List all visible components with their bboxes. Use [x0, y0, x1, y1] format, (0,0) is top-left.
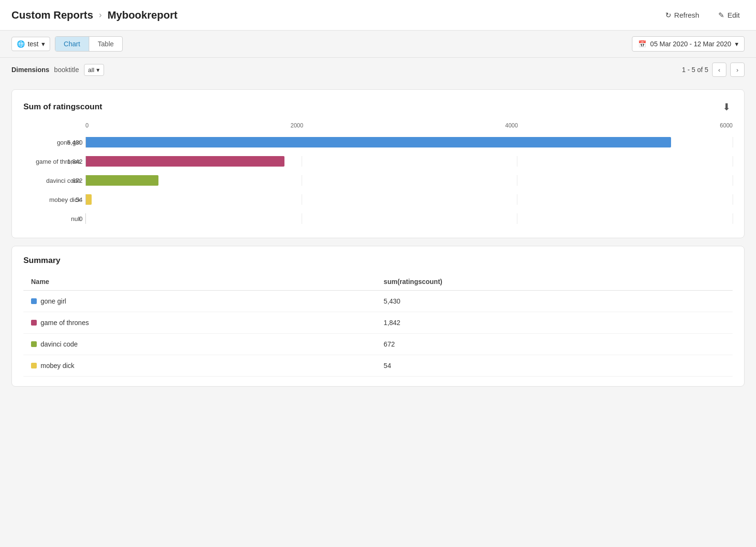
chart-area: 0 2000 4000 6000 gone girl5,430game of t…: [23, 122, 733, 228]
prev-page-button[interactable]: ‹: [712, 63, 726, 77]
chart-bar-value: 672: [62, 177, 83, 184]
col-name-header: Name: [23, 273, 376, 291]
color-indicator: [31, 341, 37, 347]
chart-gridline: [517, 213, 517, 224]
summary-value-cell: 672: [376, 334, 733, 355]
summary-name-cell: game of thrones: [23, 312, 376, 334]
chart-gridline: [733, 213, 733, 224]
dimensions-left: Dimensions booktitle all ▾: [11, 64, 104, 76]
summary-book-name: game of thrones: [41, 319, 89, 326]
toolbar: 🌐 test ▾ Chart Table 📅 05 Mar 2020 - 12 …: [0, 31, 756, 58]
chart-gridline: [302, 194, 302, 205]
table-row: game of thrones1,842: [23, 312, 733, 334]
chart-bar-container: [85, 175, 733, 186]
chart-axis: 0 2000 4000 6000: [85, 122, 733, 129]
col-value-header: sum(ratingscount): [376, 273, 733, 291]
chart-gridline: [517, 175, 517, 186]
chart-bar-fill: [86, 137, 671, 147]
view-tab-group: Chart Table: [55, 36, 123, 52]
summary-title: Summary: [23, 256, 60, 265]
chart-bar-fill: [86, 175, 158, 186]
refresh-button[interactable]: ↻ Refresh: [661, 8, 704, 22]
chevron-down-icon: ▾: [96, 66, 100, 74]
table-row: mobey dick54: [23, 355, 733, 377]
axis-0: 0: [85, 122, 89, 129]
refresh-label: Refresh: [674, 11, 700, 19]
summary-value-cell: 5,430: [376, 291, 733, 312]
axis-4000: 4000: [505, 122, 518, 129]
filter-value: all: [88, 66, 94, 74]
custom-reports-title: Custom Reports: [11, 9, 93, 21]
header-actions: ↻ Refresh ✎ Edit: [661, 8, 745, 22]
chart-gridline: [733, 156, 733, 167]
chart-gridline: [302, 213, 302, 224]
chart-bar-row: davinci code672: [85, 171, 733, 190]
main-content: Sum of ratingscount ⬇ 0 2000 4000 6000 g…: [0, 82, 756, 394]
chart-card-header: Sum of ratingscount ⬇: [23, 99, 733, 115]
env-selector[interactable]: 🌐 test ▾: [11, 37, 50, 51]
tab-chart[interactable]: Chart: [55, 37, 89, 51]
tab-table[interactable]: Table: [89, 37, 122, 51]
chart-bar-row: null0: [85, 209, 733, 228]
download-button[interactable]: ⬇: [721, 99, 733, 115]
chart-bar-row: game of thrones1,842: [85, 152, 733, 171]
date-range-selector[interactable]: 📅 05 Mar 2020 - 12 Mar 2020 ▾: [632, 36, 745, 52]
chart-bar-container: [85, 137, 733, 147]
edit-icon: ✎: [718, 11, 724, 20]
pagination: 1 - 5 of 5 ‹ ›: [682, 63, 745, 77]
chart-card: Sum of ratingscount ⬇ 0 2000 4000 6000 g…: [11, 89, 745, 238]
chart-gridline: [302, 175, 302, 186]
color-indicator: [31, 363, 37, 368]
summary-book-name: mobey dick: [41, 362, 74, 369]
chart-bar-container: [85, 156, 733, 167]
chart-gridline: [517, 194, 517, 205]
calendar-icon: 📅: [638, 40, 646, 48]
edit-button[interactable]: ✎ Edit: [714, 8, 745, 22]
edit-label: Edit: [727, 11, 740, 19]
summary-value-cell: 1,842: [376, 312, 733, 334]
color-indicator: [31, 298, 37, 304]
next-page-button[interactable]: ›: [730, 63, 745, 77]
chart-bar-container: [85, 194, 733, 205]
globe-icon: 🌐: [17, 40, 25, 48]
axis-6000: 6000: [720, 122, 733, 129]
breadcrumb: Custom Reports › Mybookreport: [11, 9, 178, 21]
table-row: gone girl5,430: [23, 291, 733, 312]
chevron-down-icon: ▾: [42, 40, 45, 48]
summary-table: Name sum(ratingscount) gone girl5,430gam…: [23, 273, 733, 377]
chart-bar-value: 0: [62, 215, 83, 222]
chart-bar-value: 54: [62, 196, 83, 203]
summary-name-cell: mobey dick: [23, 355, 376, 377]
chart-bar-fill: [86, 194, 92, 205]
chart-title: Sum of ratingscount: [23, 102, 102, 112]
date-range-label: 05 Mar 2020 - 12 Mar 2020: [650, 40, 731, 48]
chart-gridline: [733, 137, 733, 147]
header: Custom Reports › Mybookreport ↻ Refresh …: [0, 0, 756, 31]
pagination-text: 1 - 5 of 5: [682, 66, 708, 74]
summary-card-header: Summary: [23, 256, 733, 265]
refresh-icon: ↻: [665, 11, 672, 20]
chart-bar-row: mobey dick54: [85, 190, 733, 209]
summary-book-name: gone girl: [41, 297, 66, 305]
summary-value-cell: 54: [376, 355, 733, 377]
chart-bar-value: 5,430: [62, 139, 83, 146]
chart-bar-fill: [86, 156, 284, 167]
chart-gridline: [733, 194, 733, 205]
axis-2000: 2000: [291, 122, 304, 129]
breadcrumb-chevron: ›: [99, 10, 102, 20]
table-row: davinci code672: [23, 334, 733, 355]
chart-rows: gone girl5,430game of thrones1,842davinc…: [85, 133, 733, 228]
toolbar-left: 🌐 test ▾ Chart Table: [11, 36, 123, 52]
chart-bar-value: 1,842: [62, 158, 83, 165]
dimensions-label: Dimensions: [11, 66, 49, 74]
dimensions-filter[interactable]: all ▾: [84, 64, 104, 76]
dimensions-bar: Dimensions booktitle all ▾ 1 - 5 of 5 ‹ …: [0, 58, 756, 82]
dimensions-field: booktitle: [54, 66, 79, 74]
summary-name-cell: davinci code: [23, 334, 376, 355]
chart-gridline: [302, 156, 302, 167]
color-indicator: [31, 320, 37, 326]
summary-name-cell: gone girl: [23, 291, 376, 312]
chart-bar-container: [85, 213, 733, 224]
chart-bar-row: gone girl5,430: [85, 133, 733, 152]
summary-card: Summary Name sum(ratingscount) gone girl…: [11, 246, 745, 387]
